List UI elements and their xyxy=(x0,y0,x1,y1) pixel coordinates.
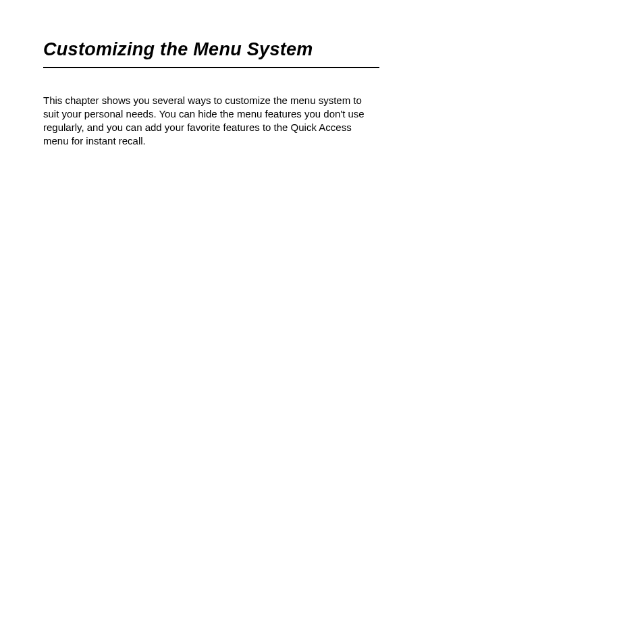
page-content: Customizing the Menu System This chapter… xyxy=(43,39,379,148)
chapter-title: Customizing the Menu System xyxy=(43,39,379,68)
chapter-intro-paragraph: This chapter shows you several ways to c… xyxy=(43,94,379,148)
